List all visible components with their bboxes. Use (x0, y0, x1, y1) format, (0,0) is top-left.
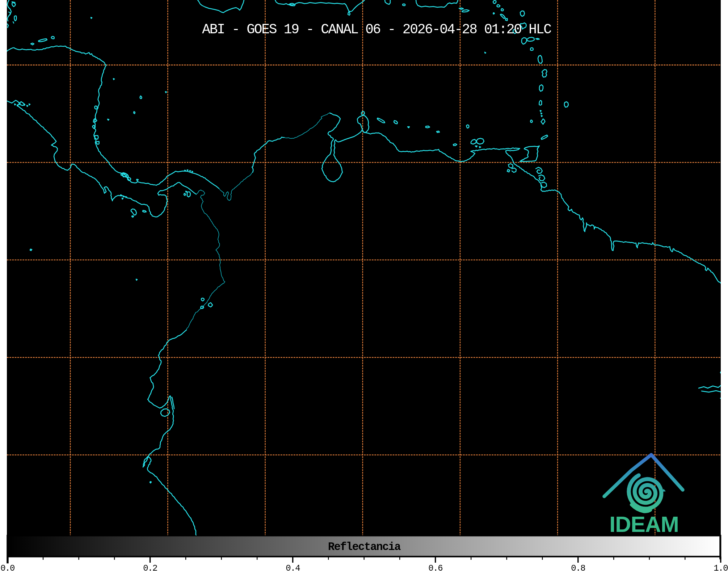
svg-text:1.0: 1.0 (714, 563, 728, 571)
svg-text:Reflectancia: Reflectancia (328, 541, 401, 553)
svg-text:0.2: 0.2 (143, 563, 157, 571)
svg-text:0.4: 0.4 (286, 563, 300, 571)
svg-text:0.8: 0.8 (571, 563, 585, 571)
svg-text:ABI - GOES 19 - CANAL 06 - 202: ABI - GOES 19 - CANAL 06 - 2026-04-28 01… (202, 22, 551, 37)
svg-text:0.6: 0.6 (428, 563, 442, 571)
svg-text:0.0: 0.0 (0, 563, 14, 571)
svg-text:IDEAM: IDEAM (609, 512, 679, 537)
